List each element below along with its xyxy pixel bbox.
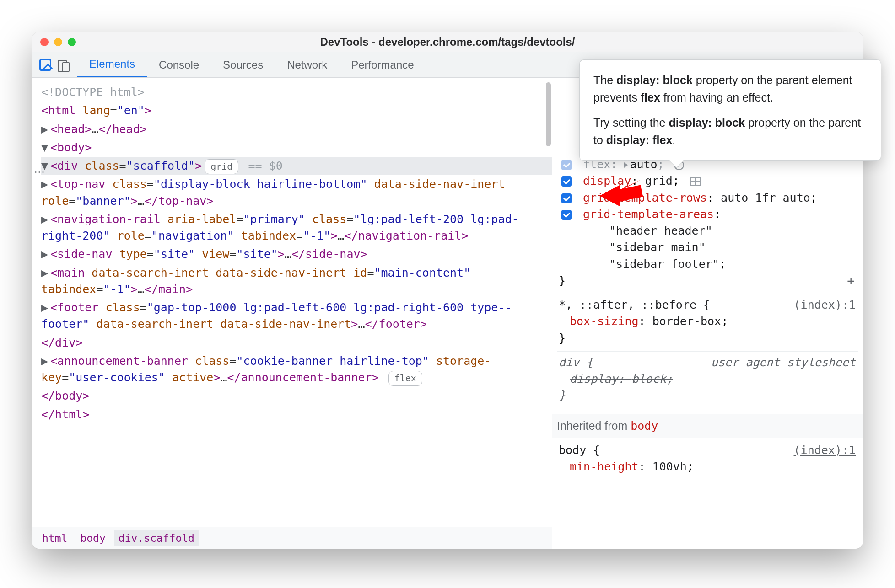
close-icon[interactable] (40, 38, 49, 46)
elements-panel: ⋯ <!DOCTYPE html> <html lang="en"> ▶<hea… (32, 78, 552, 549)
checkbox-icon[interactable] (561, 160, 572, 170)
expand-icon[interactable] (624, 162, 628, 168)
window-title: DevTools - developer.chrome.com/tags/dev… (32, 36, 863, 48)
style-rule-div-ua[interactable]: user agent stylesheet div { display: blo… (557, 352, 858, 409)
breadcrumbs: html body div.scaffold (32, 527, 552, 549)
svg-rect-0 (616, 185, 643, 202)
html-tag[interactable]: html (48, 104, 75, 117)
style-rule-universal[interactable]: (index):1 *, ::after, ::before { box-siz… (557, 294, 858, 352)
tab-elements[interactable]: Elements (77, 52, 147, 77)
selected-node[interactable]: ▼<div class="scaffold">grid == $0 (41, 157, 552, 175)
breadcrumb-div-scaffold[interactable]: div.scaffold (114, 530, 199, 546)
head-tag[interactable]: head (57, 123, 85, 136)
scrollbar[interactable] (546, 82, 551, 146)
titlebar: DevTools - developer.chrome.com/tags/dev… (32, 32, 863, 52)
inactive-css-tooltip: The display: block property on the paren… (579, 59, 881, 161)
doctype: <!DOCTYPE html> (41, 86, 145, 99)
breadcrumb-body[interactable]: body (75, 530, 110, 546)
device-toggle-icon[interactable] (58, 59, 70, 71)
breadcrumb-html[interactable]: html (38, 530, 72, 546)
grid-icon[interactable] (690, 177, 701, 186)
tab-console[interactable]: Console (147, 52, 211, 77)
checkbox-icon[interactable] (561, 193, 572, 203)
panel-tabs: Elements Console Sources Network Perform… (77, 52, 426, 77)
tab-sources[interactable]: Sources (211, 52, 275, 77)
minimize-icon[interactable] (54, 38, 62, 46)
add-rule-icon[interactable]: + (847, 272, 855, 291)
inherited-from-row: Inherited from body (552, 414, 863, 438)
checkbox-icon[interactable] (561, 210, 572, 220)
tab-network[interactable]: Network (275, 52, 339, 77)
maximize-icon[interactable] (68, 38, 76, 46)
style-rule-body[interactable]: (index):1 body { min-height: 100vh; (557, 439, 858, 480)
annotation-arrow-icon (598, 173, 643, 216)
flex-badge[interactable]: flex (388, 371, 422, 386)
row-menu-icon[interactable]: ⋯ (34, 166, 46, 178)
grid-badge[interactable]: grid (205, 159, 238, 174)
body-tag[interactable]: body (57, 141, 85, 154)
ua-stylesheet-label: user agent stylesheet (711, 354, 856, 371)
tab-performance[interactable]: Performance (339, 52, 426, 77)
style-source-link[interactable]: (index):1 (794, 442, 856, 459)
window-controls (40, 38, 76, 46)
style-source-link[interactable]: (index):1 (794, 297, 856, 313)
inspect-element-icon[interactable] (39, 59, 51, 71)
checkbox-icon[interactable] (561, 176, 572, 187)
dom-tree[interactable]: <!DOCTYPE html> <html lang="en"> ▶<head>… (32, 78, 552, 527)
